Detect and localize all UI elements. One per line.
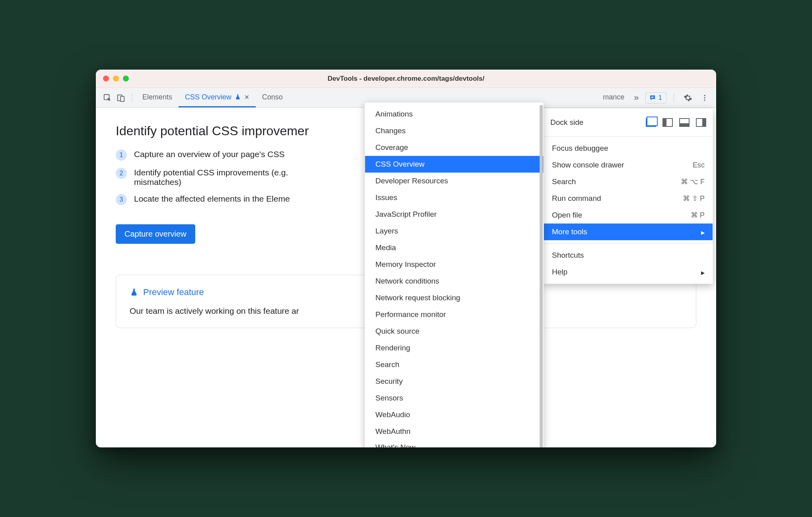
dock-right-icon[interactable] <box>696 118 706 127</box>
tab-label: CSS Overview <box>185 93 231 101</box>
tools-item-issues[interactable]: Issues <box>365 189 543 206</box>
dock-side-row: Dock side <box>544 112 713 133</box>
dock-bottom-icon[interactable] <box>679 118 690 127</box>
list-item: 1 Capture an overview of your page's CSS <box>116 150 402 161</box>
tools-item-label: Memory Inspector <box>375 260 436 269</box>
tools-item-webaudio[interactable]: WebAudio <box>365 406 543 423</box>
tab-css-overview[interactable]: CSS Overview ✕ <box>179 88 256 107</box>
titlebar: DevTools - developer.chrome.com/tags/dev… <box>96 70 716 88</box>
menu-item-show-console-drawer[interactable]: Show console drawer Esc <box>544 157 713 173</box>
instructions-list: 1 Capture an overview of your page's CSS… <box>116 150 402 205</box>
tools-item-sensors[interactable]: Sensors <box>365 390 543 406</box>
menu-item-open-file[interactable]: Open file ⌘ P <box>544 207 713 224</box>
tools-item-webauthn[interactable]: WebAuthn <box>365 423 543 440</box>
list-item: 3 Locate the affected elements in the El… <box>116 194 402 205</box>
tab-label: Elements <box>142 93 172 101</box>
tools-item-developer-resources[interactable]: Developer Resources <box>365 173 543 189</box>
tools-item-label: JavaScript Profiler <box>375 210 437 219</box>
list-text: Locate the affected elements in the Elem… <box>134 194 290 204</box>
tools-item-search[interactable]: Search <box>365 356 543 373</box>
tools-item-changes[interactable]: Changes <box>365 122 543 139</box>
menu-item-run-command[interactable]: Run command ⌘ ⇧ P <box>544 190 713 207</box>
tabs-overflow-button[interactable]: » <box>631 93 642 103</box>
menu-shortcut: Esc <box>693 161 705 169</box>
menu-item-help[interactable]: Help <box>544 264 713 280</box>
settings-section-footer: Shortcuts Help <box>544 243 713 284</box>
submenu-arrow-icon <box>701 268 705 276</box>
close-window-button[interactable] <box>103 76 109 82</box>
more-tools-submenu: AnimationsChangesCoverageCSS OverviewDev… <box>365 102 544 447</box>
bullet-number: 2 <box>116 168 127 179</box>
tools-item-rendering[interactable]: Rendering <box>365 340 543 356</box>
menu-label: Focus debuggee <box>552 144 608 153</box>
menu-label: Show console drawer <box>552 161 624 169</box>
tools-item-what-s-new[interactable]: What's New <box>365 440 543 447</box>
tools-item-network-request-blocking[interactable]: Network request blocking <box>365 290 543 306</box>
menu-label: Help <box>552 268 567 276</box>
toolbar-separator <box>132 93 132 103</box>
maximize-window-button[interactable] <box>123 76 129 82</box>
preview-title: Preview feature <box>143 287 204 297</box>
tools-item-label: CSS Overview <box>375 160 425 169</box>
menu-label: Search <box>552 177 576 186</box>
tools-item-layers[interactable]: Layers <box>365 223 543 239</box>
menu-shortcut: ⌘ ⇧ P <box>683 194 705 203</box>
tools-item-label: Coverage <box>375 143 408 152</box>
capture-overview-button[interactable]: Capture overview <box>116 224 195 244</box>
tools-item-animations[interactable]: Animations <box>365 106 543 122</box>
menu-item-search[interactable]: Search ⌘ ⌥ F <box>544 173 713 190</box>
settings-section-main: Focus debuggee Show console drawer Esc S… <box>544 136 713 243</box>
tab-performance-cut[interactable]: mance <box>600 93 627 103</box>
svg-rect-2 <box>120 96 124 101</box>
tab-elements[interactable]: Elements <box>136 88 179 107</box>
tools-item-media[interactable]: Media <box>365 239 543 256</box>
tools-item-label: Animations <box>375 110 413 119</box>
menu-shortcut: ⌘ P <box>691 211 705 220</box>
tools-item-css-overview[interactable]: CSS Overview <box>365 156 543 173</box>
tools-item-security[interactable]: Security <box>365 373 543 390</box>
tools-item-label: Search <box>375 360 399 369</box>
menu-shortcut: ⌘ ⌥ F <box>681 177 705 186</box>
close-tab-icon[interactable]: ✕ <box>244 93 249 101</box>
scrollbar-thumb[interactable] <box>540 105 543 447</box>
tools-item-performance-monitor[interactable]: Performance monitor <box>365 306 543 323</box>
tools-item-label: Layers <box>375 227 398 235</box>
svg-rect-4 <box>651 97 653 98</box>
toolbar-right: mance » 1 <box>600 91 711 105</box>
tools-item-label: Network request blocking <box>375 293 460 302</box>
tools-scroll[interactable]: AnimationsChangesCoverageCSS OverviewDev… <box>365 103 543 447</box>
tools-item-javascript-profiler[interactable]: JavaScript Profiler <box>365 206 543 223</box>
dock-undock-icon[interactable] <box>646 118 656 127</box>
minimize-window-button[interactable] <box>113 76 119 82</box>
tab-console-cut[interactable]: Conso <box>256 88 289 107</box>
menu-item-shortcuts[interactable]: Shortcuts <box>544 247 713 264</box>
svg-point-5 <box>704 95 705 96</box>
tools-item-label: Performance monitor <box>375 310 446 319</box>
dock-side-label: Dock side <box>550 118 583 127</box>
tools-item-label: WebAuthn <box>375 427 410 436</box>
device-toolbar-icon[interactable] <box>114 91 128 105</box>
tools-item-quick-source[interactable]: Quick source <box>365 323 543 340</box>
dock-left-icon[interactable] <box>662 118 673 127</box>
menu-item-more-tools[interactable]: More tools <box>544 224 713 240</box>
menu-label: More tools <box>552 227 587 236</box>
list-text: Capture an overview of your page's CSS <box>134 150 285 159</box>
tools-item-memory-inspector[interactable]: Memory Inspector <box>365 256 543 273</box>
issues-count: 1 <box>659 94 662 102</box>
submenu-arrow-icon <box>701 227 705 236</box>
tools-item-label: Rendering <box>375 344 410 352</box>
flask-icon <box>130 288 138 297</box>
menu-item-focus-debuggee[interactable]: Focus debuggee <box>544 140 713 157</box>
panel-tabs: Elements CSS Overview ✕ Conso <box>136 88 289 107</box>
menu-label: Open file <box>552 211 582 220</box>
inspect-element-icon[interactable] <box>101 91 114 105</box>
bullet-number: 3 <box>116 194 127 205</box>
kebab-menu-icon[interactable] <box>698 91 711 105</box>
tools-item-label: Media <box>375 243 396 252</box>
bullet-number: 1 <box>116 150 127 161</box>
tools-item-network-conditions[interactable]: Network conditions <box>365 273 543 290</box>
tools-item-coverage[interactable]: Coverage <box>365 139 543 156</box>
issues-badge[interactable]: 1 <box>645 92 666 103</box>
toolbar-separator <box>674 93 674 103</box>
settings-gear-icon[interactable] <box>681 91 695 105</box>
